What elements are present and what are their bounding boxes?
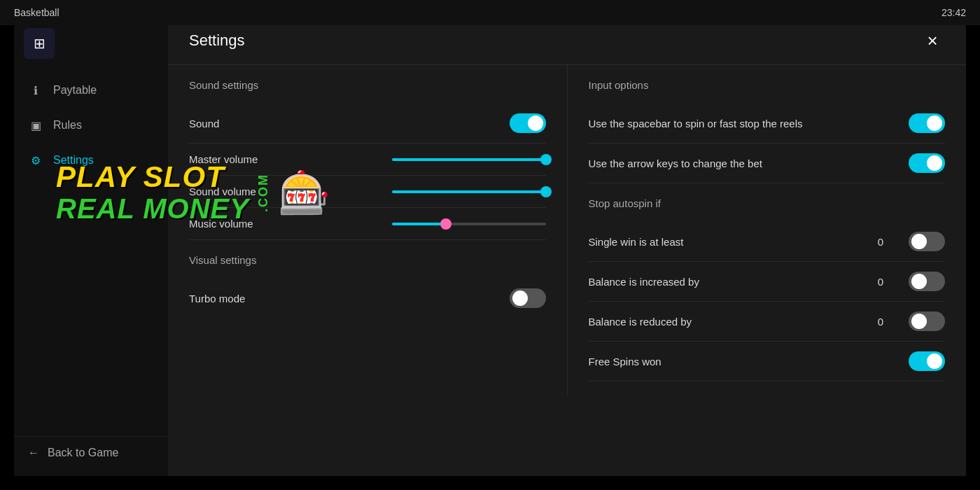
left-column: Sound settings Sound Master volume [168,65,568,396]
sound-row: Sound [189,104,546,144]
music-volume-thumb[interactable] [440,218,451,230]
close-button[interactable]: × [920,28,945,53]
sound-settings-title: Sound settings [189,79,546,97]
balance-increased-label: Balance is increased by [589,276,853,288]
sidebar-item-rules[interactable]: ▣ Rules [14,108,168,143]
balance-reduced-label: Balance is reduced by [589,316,853,328]
top-bar-title: Basketball [14,7,59,18]
sidebar-item-settings[interactable]: ⚙ Settings [14,143,168,178]
visual-settings-title: Visual settings [189,254,546,272]
master-volume-slider-container [392,158,546,161]
arrow-keys-row: Use the arrow keys to change the bet [589,144,946,183]
back-to-game-button[interactable]: ← Back to Game [14,436,168,469]
sound-volume-track[interactable] [392,190,546,193]
master-volume-track[interactable] [392,158,546,161]
input-options-title: Input options [589,79,946,97]
sidebar-spacer [14,178,168,436]
balance-increased-value: 0 [860,276,902,288]
sound-volume-row: Sound volume [189,176,546,208]
turbo-mode-row: Turbo mode [189,279,546,318]
logo-icon: ⊞ [34,35,46,52]
top-bar-time: 23:42 [941,7,966,18]
free-spins-label: Free Spins won [589,356,902,368]
balance-reduced-value: 0 [860,316,902,328]
sidebar-item-paytable-label: Paytable [53,84,97,97]
settings-panel: Settings × Sound settings Sound Master v… [168,14,966,476]
sound-volume-thumb[interactable] [540,186,552,197]
balance-increased-toggle[interactable] [909,272,945,291]
sound-label: Sound [189,118,503,130]
sidebar-item-rules-label: Rules [53,119,82,132]
right-column: Input options Use the spacebar to spin o… [568,65,967,396]
single-win-toggle[interactable] [909,232,945,251]
music-volume-slider-container [392,223,546,225]
music-volume-label: Music volume [189,218,385,230]
arrow-keys-toggle[interactable] [909,153,945,173]
top-bar: Basketball 23:42 [0,0,980,25]
balance-increased-row: Balance is increased by 0 [589,262,946,302]
balance-reduced-toggle[interactable] [909,312,945,331]
spacebar-toggle[interactable] [909,113,945,133]
back-to-game-label: Back to Game [48,447,118,459]
settings-title: Settings [189,31,245,50]
single-win-label: Single win is at least [589,236,853,248]
turbo-mode-label: Turbo mode [189,293,503,304]
spacebar-label: Use the spacebar to spin or fast stop th… [589,118,902,130]
sidebar-item-settings-label: Settings [53,154,94,167]
balance-reduced-row: Balance is reduced by 0 [589,302,946,342]
turbo-mode-toggle[interactable] [510,288,546,308]
music-volume-fill [392,223,446,225]
sound-volume-label: Sound volume [189,186,385,197]
sidebar-item-paytable[interactable]: ℹ Paytable [14,73,168,108]
stop-autospin-title: Stop autospin if [589,197,946,215]
music-volume-row: Music volume [189,208,546,240]
arrow-keys-label: Use the arrow keys to change the bet [589,158,902,169]
sound-volume-fill [392,190,546,193]
settings-columns: Sound settings Sound Master volume [168,65,966,396]
info-icon: ℹ [28,83,43,98]
free-spins-row: Free Spins won [589,342,946,382]
rules-icon: ▣ [28,118,43,133]
main-layout: ⊞ ℹ Paytable ▣ Rules ⚙ Settings ← Back t… [14,14,966,476]
spacebar-row: Use the spacebar to spin or fast stop th… [589,104,946,144]
free-spins-toggle[interactable] [909,351,945,371]
sidebar: ⊞ ℹ Paytable ▣ Rules ⚙ Settings ← Back t… [14,14,168,476]
single-win-value: 0 [860,236,902,248]
music-volume-track[interactable] [392,223,546,225]
master-volume-fill [392,158,546,161]
sound-volume-slider-container [392,190,546,193]
sound-toggle[interactable] [510,113,546,133]
gear-icon: ⚙ [28,153,43,168]
single-win-row: Single win is at least 0 [589,222,946,262]
master-volume-row: Master volume [189,144,546,176]
back-arrow-icon: ← [28,447,39,459]
sidebar-logo[interactable]: ⊞ [24,28,55,59]
master-volume-thumb[interactable] [540,154,552,165]
master-volume-label: Master volume [189,153,385,165]
